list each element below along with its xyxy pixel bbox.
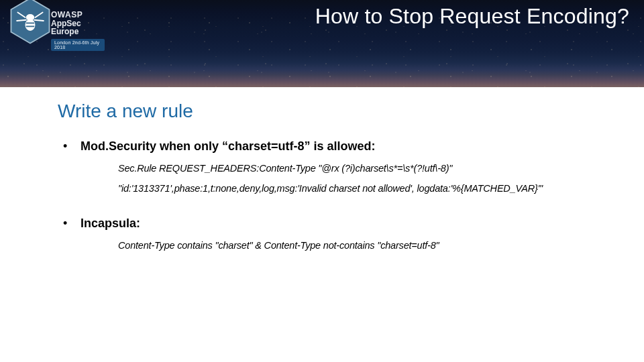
item-heading: Incapsula: <box>80 217 620 231</box>
item-heading: Mod.Security when only “charset=utf-8” i… <box>80 139 620 154</box>
badge-line2: AppSec Europe <box>51 19 105 36</box>
code-line: "id:'1313371',phase:1,t:none,deny,log,ms… <box>118 183 620 194</box>
owasp-badge-text: OWASP AppSec Europe London 2nd-6th July … <box>51 11 105 52</box>
slide-title: How to Stop Request Encoding? <box>315 4 629 29</box>
list-item: Mod.Security when only “charset=utf-8” i… <box>58 139 620 194</box>
slide-header: OWASP AppSec Europe London 2nd-6th July … <box>0 0 644 87</box>
badge-ribbon: London 2nd-6th July 2018 <box>51 39 105 52</box>
svg-rect-3 <box>26 22 34 23</box>
owasp-badge: OWASP AppSec Europe London 2nd-6th July … <box>4 0 105 71</box>
code-line: Content-Type contains "charset" & Conten… <box>118 240 620 251</box>
bullet-list: Mod.Security when only “charset=utf-8” i… <box>58 139 620 251</box>
owasp-hex-icon <box>9 0 51 44</box>
svg-point-2 <box>25 19 36 31</box>
code-line: Sec.Rule REQUEST_HEADERS:Content-Type "@… <box>118 163 620 174</box>
svg-rect-4 <box>26 25 34 27</box>
section-title: Write a new rule <box>58 101 620 122</box>
slide-content: Write a new rule Mod.Security when only … <box>0 87 644 251</box>
list-item: Incapsula: Content-Type contains "charse… <box>58 217 620 251</box>
